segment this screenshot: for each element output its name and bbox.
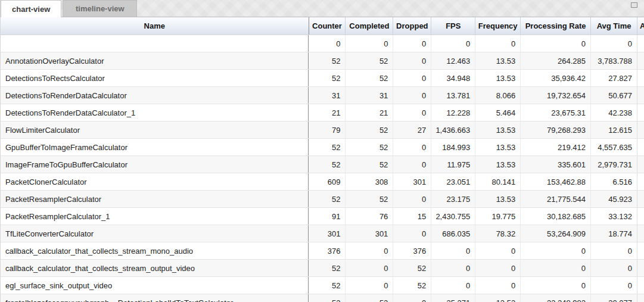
cell-processing_rate: 33,248.982 bbox=[520, 294, 590, 302]
cell-fps: 2,430.755 bbox=[431, 208, 475, 225]
cell-frequency: 80.141 bbox=[475, 173, 520, 190]
cell-avg_time: 33.132 bbox=[590, 208, 637, 225]
table-row[interactable]: DetectionsToRenderDataCalculator_1212101… bbox=[1, 104, 644, 122]
table-row[interactable]: callback_calculator_that_collects_stream… bbox=[1, 260, 644, 277]
cell-name: DetectionsToRenderDataCalculator bbox=[1, 87, 308, 104]
cell-dropped: 376 bbox=[393, 242, 431, 259]
cell-processing_rate: 219.412 bbox=[520, 139, 590, 155]
table-row[interactable]: DetectionsToRenderDataCalculator3131013.… bbox=[1, 87, 644, 104]
cell-dropped: 0 bbox=[393, 225, 431, 242]
table-row[interactable]: PacketResamplerCalculator5252023.17513.5… bbox=[1, 191, 644, 208]
table-row[interactable]: TfLiteConverterCalculator3013010686.0357… bbox=[1, 225, 644, 242]
table-row[interactable]: DetectionsToRectsCalculator5252034.94813… bbox=[1, 70, 644, 87]
cell-partial bbox=[637, 242, 644, 259]
cell-name: callback_calculator_that_collects_stream… bbox=[1, 242, 308, 259]
cell-processing_rate: 264.285 bbox=[520, 52, 590, 69]
tab-chart-view[interactable]: chart-view bbox=[1, 0, 61, 17]
table-row[interactable]: 0000000 bbox=[1, 35, 644, 52]
cell-fps: 12.228 bbox=[431, 104, 475, 121]
column-header-dropped[interactable]: Dropped bbox=[393, 17, 431, 35]
cell-processing_rate: 19,732.654 bbox=[520, 87, 590, 104]
cell-partial bbox=[637, 139, 644, 155]
cell-name: GpuBufferToImageFrameCalculator bbox=[1, 139, 308, 155]
table-row[interactable]: frontalblazefacegpuvsubgraph__DetectionL… bbox=[1, 294, 644, 302]
cell-frequency: 0 bbox=[475, 242, 520, 259]
tab-timeline-view[interactable]: timeline-view bbox=[63, 0, 137, 17]
cell-completed: 52 bbox=[345, 294, 393, 302]
cell-partial bbox=[637, 52, 644, 69]
column-header-counter[interactable]: Counter bbox=[309, 17, 346, 35]
column-header-processing-rate[interactable]: Processing Rate bbox=[520, 17, 590, 35]
cell-frequency: 13.53 bbox=[475, 139, 520, 155]
cell-avg_time: 0 bbox=[590, 35, 637, 52]
cell-name: PacketClonerCalculator bbox=[1, 173, 308, 190]
cell-dropped: 0 bbox=[393, 87, 431, 104]
cell-partial bbox=[637, 156, 644, 173]
column-header-frequency[interactable]: Frequency bbox=[475, 17, 520, 35]
cell-avg_time: 18.774 bbox=[590, 225, 637, 242]
table-row[interactable]: GpuBufferToImageFrameCalculator52520184.… bbox=[1, 139, 644, 156]
tab-bar: chart-view timeline-view bbox=[1, 0, 644, 17]
cell-partial bbox=[637, 294, 644, 302]
cell-avg_time: 0 bbox=[590, 260, 637, 276]
cell-completed: 52 bbox=[345, 191, 393, 207]
table-row[interactable]: callback_calculator_that_collects_stream… bbox=[1, 242, 644, 260]
cell-fps: 12.463 bbox=[431, 52, 475, 69]
cell-fps: 1,436.663 bbox=[431, 122, 475, 138]
cell-name: frontalblazefacegpuvsubgraph__DetectionL… bbox=[1, 294, 308, 302]
cell-name: FlowLimiterCalculator bbox=[1, 122, 308, 138]
cell-fps: 23.051 bbox=[431, 173, 475, 190]
cell-dropped: 0 bbox=[393, 52, 431, 69]
cell-completed: 308 bbox=[345, 173, 393, 190]
cell-avg_time: 42.238 bbox=[590, 104, 637, 121]
cell-processing_rate: 0 bbox=[520, 260, 590, 276]
column-header-fps[interactable]: FPS bbox=[431, 17, 475, 35]
cell-partial bbox=[637, 225, 644, 242]
cell-partial bbox=[637, 277, 644, 294]
cell-avg_time: 6.516 bbox=[590, 173, 637, 190]
cell-processing_rate: 335.601 bbox=[520, 156, 590, 173]
cell-frequency: 5.464 bbox=[475, 104, 520, 121]
cell-completed: 52 bbox=[345, 156, 393, 173]
cell-completed: 52 bbox=[345, 52, 393, 69]
cell-counter: 52 bbox=[308, 277, 345, 294]
cell-frequency: 13.53 bbox=[475, 191, 520, 207]
cell-partial bbox=[637, 191, 644, 207]
table-row[interactable]: ImageFrameToGpuBufferCalculator5252011.9… bbox=[1, 156, 644, 173]
cell-frequency: 13.53 bbox=[475, 122, 520, 138]
cell-counter: 301 bbox=[308, 225, 345, 242]
restore-window-icon[interactable] bbox=[631, 2, 637, 8]
cell-processing_rate: 30,182.685 bbox=[520, 208, 590, 225]
cell-processing_rate: 21,775.544 bbox=[520, 191, 590, 207]
column-header-clipped[interactable]: A bbox=[637, 17, 644, 35]
cell-dropped: 0 bbox=[393, 104, 431, 121]
table-row[interactable]: PacketResamplerCalculator_19176152,430.7… bbox=[1, 208, 644, 225]
column-header-avg-time[interactable]: Avg Time bbox=[590, 17, 637, 35]
cell-completed: 76 bbox=[345, 208, 393, 225]
cell-partial bbox=[637, 70, 644, 86]
cell-completed: 301 bbox=[345, 225, 393, 242]
cell-frequency: 13.53 bbox=[475, 156, 520, 173]
column-header-name[interactable]: Name bbox=[1, 17, 309, 35]
cell-completed: 52 bbox=[345, 139, 393, 155]
cell-partial bbox=[637, 122, 644, 138]
cell-counter: 31 bbox=[308, 87, 345, 104]
cell-counter: 91 bbox=[308, 208, 345, 225]
cell-counter: 52 bbox=[308, 139, 345, 155]
cell-completed: 52 bbox=[345, 122, 393, 138]
table-row[interactable]: AnnotationOverlayCalculator5252012.46313… bbox=[1, 52, 644, 70]
table-row[interactable]: egl_surface_sink_output_video520520000 bbox=[1, 277, 644, 294]
cell-counter: 376 bbox=[308, 242, 345, 259]
stats-table: Name Counter Completed Dropped FPS Frequ… bbox=[1, 17, 644, 302]
cell-processing_rate: 79,268.293 bbox=[520, 122, 590, 138]
cell-processing_rate: 23,675.31 bbox=[520, 104, 590, 121]
table-body: 0000000AnnotationOverlayCalculator525201… bbox=[1, 35, 644, 302]
cell-name bbox=[1, 35, 308, 52]
column-header-completed[interactable]: Completed bbox=[345, 17, 393, 35]
cell-name: ImageFrameToGpuBufferCalculator bbox=[1, 156, 308, 173]
cell-completed: 21 bbox=[345, 104, 393, 121]
table-row[interactable]: PacketClonerCalculator60930830123.05180.… bbox=[1, 173, 644, 191]
table-row[interactable]: FlowLimiterCalculator7952271,436.66313.5… bbox=[1, 122, 644, 139]
cell-name: TfLiteConverterCalculator bbox=[1, 225, 308, 242]
cell-completed: 0 bbox=[345, 277, 393, 294]
